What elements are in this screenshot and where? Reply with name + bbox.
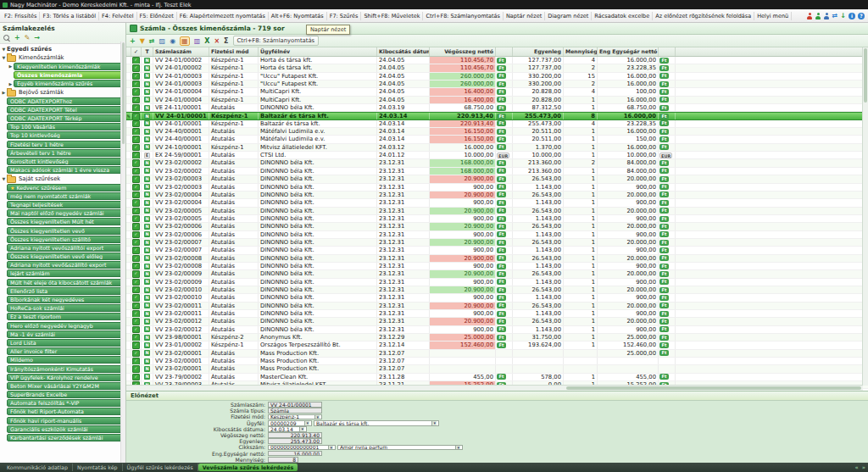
grid-row[interactable]: ✓NVV 23-79/00002ÁtutalásMasterClean Kft.… — [126, 374, 868, 381]
sidebar-item[interactable]: ODBC ADATEXPORThoz — [0, 97, 125, 105]
sidebar-item[interactable]: Ma -1 év számlái — [0, 330, 125, 338]
statusbar-tab[interactable]: Kommunikáció adatlap — [3, 464, 73, 471]
sidebar-item[interactable]: ▶Kiegyenlítetlen kimenőszámlák — [0, 62, 125, 70]
grid-row[interactable]: ✓NVV 23-02/00001ÁtutalásMass Production … — [126, 365, 868, 373]
menu-item[interactable]: Diagram nézet — [545, 12, 592, 20]
row-checkbox[interactable]: ✓ — [131, 358, 142, 364]
grid-row[interactable]: ✓NVV 23-02/00002ÁtutalásDINONNO béla Kft… — [126, 159, 868, 167]
grid-row[interactable]: ✓NVV 23-02/00011ÁtutalásDINONNO béla Kft… — [126, 310, 868, 318]
sidebar-item[interactable]: Lord Lista — [0, 338, 125, 347]
row-checkbox[interactable]: ✓ — [131, 199, 142, 206]
grid-row[interactable]: ✓NVV 23-02/00003ÁtutalásDINONNO béla Kft… — [126, 184, 868, 192]
sidebar-item[interactable]: VIP ügyfelek- Károlyhoz rendelve — [0, 373, 125, 381]
filter-button[interactable]: Aller invoice filter — [7, 347, 122, 355]
sidebar-item[interactable]: Mildemo — [0, 356, 125, 364]
sidebar-item[interactable]: ★Kedvenc szűrésem — [0, 183, 125, 192]
row-checkbox[interactable]: ✓ — [131, 270, 142, 277]
filter-button[interactable]: Összes kiegyenlítetlen Múlt hét — [7, 218, 122, 225]
filter-button[interactable]: SuperBrands Excelbe — [7, 391, 122, 398]
menu-item[interactable]: Ctrl+F8: Számlanyomtatás — [423, 12, 504, 20]
row-checkbox[interactable]: ✓ — [131, 73, 142, 80]
filter-button[interactable]: Egyéb kimenőszámla szűrés — [14, 80, 122, 87]
column-header[interactable]: Ügyfélnév — [259, 47, 377, 56]
row-checkbox[interactable]: ✓ — [131, 365, 142, 372]
grid-row[interactable]: ✓NVV 23-02/00002ÁtutalásDINONNO béla Kft… — [126, 168, 868, 175]
dropdown-arrow-icon[interactable]: ▾ — [314, 415, 320, 419]
grid-row[interactable]: ✓NVV 24-01/00002Készpénz-1Horta és társa… — [126, 64, 868, 72]
tree-arrow-icon[interactable]: ▼ — [1, 55, 7, 60]
menu-item[interactable]: F4: Felvétel — [99, 12, 137, 20]
row-checkbox[interactable]: ✓ — [131, 136, 142, 142]
grid-row[interactable]: ✓NVV 23-02/00008ÁtutalásDINONNO béla Kft… — [126, 255, 868, 263]
grid-row[interactable]: ✓NVV 23-02/00003ÁtutalásDINONNO béla Kft… — [126, 175, 868, 183]
grid-row[interactable]: ✓NVV 24-01/00003Készpénz-1"Uccu" Futapes… — [126, 81, 868, 88]
filter-button[interactable]: még nem nyomtatott számlák — [7, 192, 122, 200]
last-page-icon[interactable]: » — [862, 464, 865, 471]
sidebar-item[interactable]: Adriana nyitott vevő&szállító export — [0, 261, 125, 269]
row-checkbox[interactable]: ✓ — [131, 231, 142, 238]
grid-row[interactable]: ✓NVV 23-02/00005ÁtutalásDINONNO béla Kft… — [126, 208, 868, 215]
grid-row[interactable]: ✓NVV 24-01/00004Készpénz-1MultiCapri Kft… — [126, 97, 868, 104]
sidebar-item[interactable]: még nem nyomtatott számlák — [0, 192, 125, 200]
grid-row[interactable]: ✎✓NVV 24-01/00001Készpénz-1Baltazár és t… — [126, 112, 868, 119]
row-checkbox[interactable]: ✓ — [131, 184, 142, 191]
row-checkbox[interactable]: ✓ — [131, 294, 142, 301]
sidebar-item[interactable]: Fizetési terv 1 hétre — [0, 140, 125, 148]
statusbar-tab[interactable]: Vevőszámla szűrés lekérdezés — [198, 464, 298, 471]
grid-row[interactable]: ✓NVV 23-02/00005ÁtutalásDINONNO béla Kft… — [126, 215, 868, 223]
first-page-icon[interactable]: « — [854, 464, 858, 471]
sidebar-item[interactable]: Top 10 kintlevőség — [0, 131, 125, 140]
column-header[interactable]: Egyenleg — [513, 47, 564, 56]
row-checkbox[interactable]: ✓ — [131, 128, 142, 135]
grid-row[interactable]: ✓NVV 23-02/00004ÁtutalásDINONNO béla Kft… — [126, 199, 868, 207]
sidebar-item[interactable]: lejárt számlám — [0, 269, 125, 278]
row-checkbox[interactable]: ✓ — [131, 113, 142, 119]
sidebar-item[interactable]: Korosított kintlevőség — [0, 157, 125, 165]
row-checkbox[interactable]: ✓ — [131, 239, 142, 246]
sidebar-item[interactable]: Hero előző negyedév legnagyb — [0, 321, 125, 330]
grid-row[interactable]: ✓NVV 23-02/00007ÁtutalásDINONNO béla Kft… — [126, 247, 868, 254]
add-filter-icon[interactable]: + — [14, 34, 20, 42]
filter-button[interactable]: Lord Lista — [7, 339, 122, 347]
filter-button[interactable]: Ellenőrző lista — [7, 287, 122, 295]
grid-row[interactable]: ✓NVV 23-02/00004ÁtutalásDINONNO béla Kft… — [126, 192, 868, 199]
sidebar-item[interactable]: Adriana nyitott vevőszállítói export — [0, 243, 125, 252]
row-checkbox[interactable]: ✓ — [131, 88, 142, 95]
column-header[interactable] — [496, 47, 513, 56]
filter-button[interactable]: Mildemo — [7, 356, 122, 364]
preview-field-value[interactable]: Baltazár és társa kft.▾ — [314, 420, 439, 426]
tree-arrow-icon[interactable]: ▶ — [8, 81, 14, 86]
row-checkbox[interactable]: ✓ — [131, 310, 142, 317]
help-icon[interactable]: ? — [858, 13, 865, 19]
filter-button[interactable]: Tegnapi teljesítések — [7, 201, 122, 208]
statusbar-tab[interactable]: Nyomtatás kép — [73, 464, 123, 471]
row-checkbox[interactable]: ✓ — [131, 57, 142, 64]
sidebar-item[interactable]: Automata felszólítás *-VIP — [0, 399, 125, 408]
filter-button[interactable]: Top 10 kintlevőség — [7, 131, 122, 139]
grid-row[interactable]: ✓NVV 23-02/00010ÁtutalásDINONNO béla Kft… — [126, 286, 868, 294]
dropdown-arrow-icon[interactable]: ▾ — [328, 446, 333, 450]
user-add-icon[interactable] — [807, 13, 813, 19]
grid-vscrollbar[interactable] — [862, 47, 868, 386]
sidebar-item[interactable]: ▼Saját szűrések — [0, 175, 125, 183]
tree-arrow-icon[interactable]: ▶ — [1, 90, 7, 95]
sidebar-item[interactable]: Bíborkának két negyedéves — [0, 295, 125, 303]
row-checkbox[interactable]: ✓ — [131, 144, 142, 151]
row-checkbox[interactable]: ✓ — [131, 120, 142, 127]
filter-button[interactable]: Automata felszólítás *-VIP — [7, 399, 122, 407]
row-checkbox[interactable]: ✓ — [131, 342, 142, 348]
tree-arrow-icon[interactable]: ▶ — [8, 64, 14, 69]
filter-button[interactable]: HoReCa-sok számlái — [7, 304, 122, 312]
preview-field-value[interactable]: 24.03.14▾ — [268, 426, 307, 432]
row-checkbox[interactable]: ✓ — [131, 326, 142, 333]
sidebar-item[interactable]: ▶Egyéb kimenőszámla szűrés — [0, 80, 125, 88]
grid-row[interactable]: ✓NVV 23-02/00006ÁtutalásDINONNO béla Kft… — [126, 223, 868, 230]
row-checkbox[interactable]: ✓ — [131, 334, 142, 341]
grid-row[interactable]: ✓NVV 23-02/00009ÁtutalásDINONNO béla Kft… — [126, 279, 868, 286]
filter-button[interactable]: Árbevételi terv 1 hétre — [7, 149, 122, 157]
preview-field-value[interactable]: Számla — [268, 408, 322, 414]
row-checkbox[interactable]: ✓ — [131, 263, 142, 269]
menu-item[interactable]: F6: Alapértelmezett nyomtatás — [177, 12, 269, 20]
tree-arrow-icon[interactable]: ▼ — [1, 47, 7, 52]
sum-icon[interactable]: Σ — [224, 37, 228, 45]
